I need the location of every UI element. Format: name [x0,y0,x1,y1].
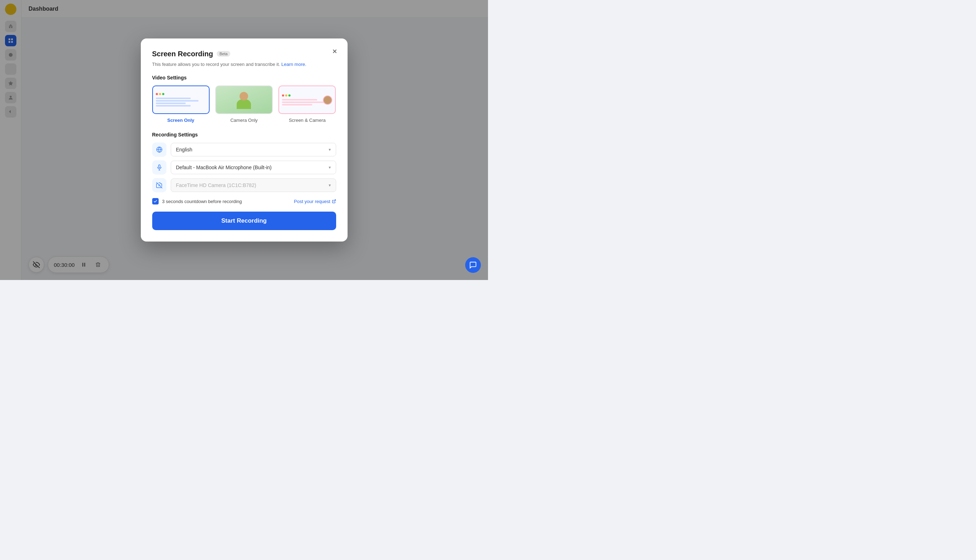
dot-red [156,93,158,95]
globe-icon [156,147,162,153]
modal-title: Screen Recording [152,50,213,58]
microphone-row: Default - MacBook Air Microphone (Built-… [152,160,336,175]
dot-yellow [159,93,161,95]
video-option-screen-only[interactable]: Screen Only [152,85,210,123]
camera-off-icon [156,182,162,188]
screen-camera-label: Screen & Camera [289,118,326,123]
globe-icon-container [152,142,167,157]
microphone-icon-container [152,160,167,175]
learn-more-link[interactable]: Learn more. [281,62,306,67]
camera-only-label: Camera Only [230,118,258,123]
screen-only-preview [153,91,209,108]
recording-settings-title: Recording Settings [152,132,336,138]
camera-row: FaceTime HD Camera (1C1C:B782) ▾ [152,178,336,192]
screen-recording-modal: Screen Recording Beta This feature allow… [141,38,348,242]
countdown-checkbox[interactable] [152,198,159,205]
post-request-text: Post your request [294,199,331,204]
screen-camera-preview [279,92,335,108]
window-dots [156,93,206,95]
video-option-screen-camera[interactable]: Screen & Camera [278,85,336,123]
modal-header: Screen Recording Beta [152,50,336,58]
screen-only-label: Screen Only [167,118,194,123]
language-row: English ▾ [152,142,336,157]
microphone-icon [156,164,162,171]
screen-only-card [152,85,210,114]
dot-green [162,93,164,95]
svg-line-18 [334,200,336,202]
camera-select[interactable]: FaceTime HD Camera (1C1C:B782) ▾ [171,178,336,192]
screen-camera-card [278,85,336,114]
modal-close-button[interactable] [329,46,341,57]
language-select[interactable]: English ▾ [171,143,336,157]
modal-description: This feature allows you to record your s… [152,61,336,68]
video-settings-title: Video Settings [152,75,336,80]
camera-only-card [215,85,273,114]
svg-rect-13 [158,165,160,168]
countdown-left: 3 seconds countdown before recording [152,198,242,205]
chevron-down-icon: ▾ [329,147,331,152]
post-request-link[interactable]: Post your request [294,199,336,204]
microphone-value: Default - MacBook Air Microphone (Built-… [176,165,272,170]
beta-badge: Beta [217,51,231,57]
start-recording-button[interactable]: Start Recording [152,212,336,230]
screen-content-lines [156,98,206,107]
video-options: Screen Only Camera Only [152,85,336,123]
recording-settings: English ▾ Default - MacBook Air Micropho… [152,142,336,192]
countdown-row: 3 seconds countdown before recording Pos… [152,198,336,205]
svg-line-16 [156,182,162,188]
language-value: English [176,147,192,152]
microphone-select[interactable]: Default - MacBook Air Microphone (Built-… [171,161,336,174]
video-option-camera-only[interactable]: Camera Only [215,85,273,123]
chevron-down-icon-2: ▾ [329,165,331,170]
chevron-down-icon-3: ▾ [329,183,331,188]
camera-preview [216,86,272,113]
modal-overlay: Screen Recording Beta This feature allow… [0,0,488,280]
countdown-label: 3 seconds countdown before recording [162,199,242,204]
camera-off-icon-container [152,178,167,192]
chat-button[interactable] [465,257,481,273]
camera-value: FaceTime HD Camera (1C1C:B782) [176,182,256,188]
